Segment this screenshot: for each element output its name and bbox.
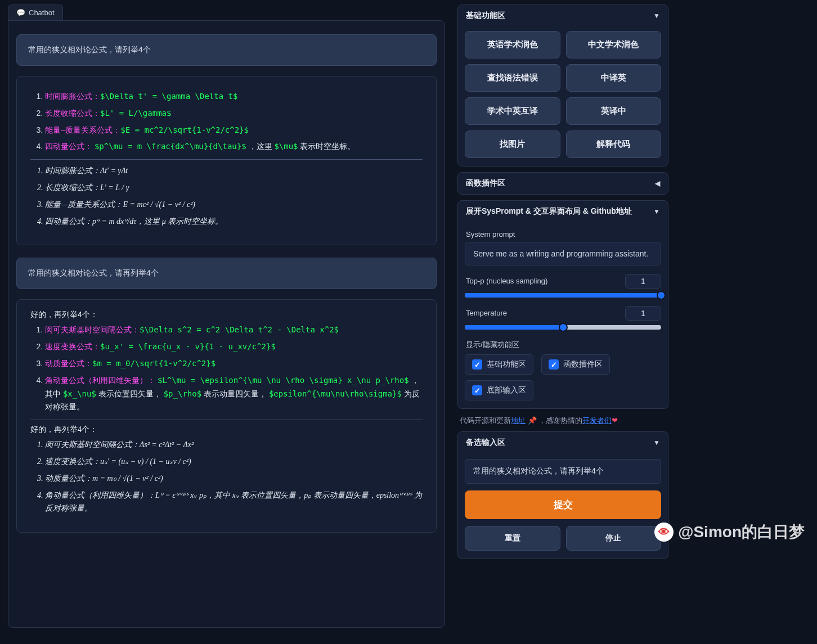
basic-functions-panel: 基础功能区 ▼ 英语学术润色 中文学术润色 查找语法错误 中译英 学术中英互译 … [457,4,668,166]
formula-list-raw: 闵可夫斯基时空间隔公式：$\Delta s^2 = c^2 \Delta t^2… [30,323,423,414]
tab-label: Chatbot [29,8,55,17]
topp-label: Top-p (nucleus sampling) [466,277,547,285]
chevron-left-icon: ◀ [655,179,660,187]
panel-title: 函数插件区 [466,178,505,188]
divider [30,159,423,160]
slider-thumb[interactable] [657,291,666,300]
divider [30,420,423,420]
system-prompt-input[interactable]: Serve me as a writing and programming as… [465,242,661,265]
bot-intro: 好的，再列举4个： [30,310,423,320]
formula-list-rendered: 时间膨胀公式：Δt′ = γΔt 长度收缩公式：L′ = L / γ 能量—质量… [30,164,423,228]
chat-scroll-area[interactable]: 常用的狭义相对论公式，请列举4个 时间膨胀公式：$\Delta t' = \ga… [8,20,445,628]
stop-button[interactable]: 停止 [566,526,662,551]
bot-message: 好的，再列举4个： 闵可夫斯基时空间隔公式：$\Delta s^2 = c^2 … [16,299,437,533]
submit-button[interactable]: 提交 [465,490,661,519]
func-btn-grammar[interactable]: 查找语法错误 [465,64,560,92]
sysprompt-panel: 展开SysPrompt & 交互界面布局 & Github地址 ▼ System… [457,200,668,409]
topp-value-box[interactable]: 1 [625,274,661,289]
basic-functions-header[interactable]: 基础功能区 ▼ [458,5,668,26]
check-bottom-input[interactable]: ✓底部输入区 [465,380,533,400]
bot-intro-rendered: 好的，再列举4个： [30,425,423,435]
formula-list-rendered: 闵可夫斯基时空间隔公式：Δs² = c²Δt² − Δx² 速度变换公式：uₓ′… [30,438,423,515]
footnote: 代码开源和更新地址 📌 ，感谢热情的开发者们❤ [457,415,668,426]
checkbox-icon: ✓ [472,385,482,395]
heart-icon: ❤ [612,416,618,425]
sysprompt-header[interactable]: 展开SysPrompt & 交互界面布局 & Github地址 ▼ [458,201,668,222]
system-prompt-label: System prompt [466,230,661,238]
alt-input-header[interactable]: 备选输入区 ▼ [458,432,668,453]
panel-title: 展开SysPrompt & 交互界面布局 & Github地址 [466,206,632,217]
formula-list-raw: 时间膨胀公式：$\Delta t' = \gamma \Delta t$ 长度收… [30,90,423,154]
plugin-header[interactable]: 函数插件区 ◀ [458,173,668,194]
func-btn-explain-code[interactable]: 解释代码 [566,130,662,158]
chevron-down-icon: ▼ [653,439,660,447]
slider-thumb[interactable] [559,323,568,332]
user-message: 常用的狭义相对论公式，请列举4个 [16,34,437,66]
chevron-down-icon: ▼ [653,12,660,20]
toggle-section-label: 显示/隐藏功能区 [466,340,661,350]
devs-link[interactable]: 开发者们 [582,416,612,425]
check-basic[interactable]: ✓基础功能区 [465,354,533,375]
chat-icon: 💬 [16,8,25,17]
reset-button[interactable]: 重置 [465,526,560,551]
bot-message: 时间膨胀公式：$\Delta t' = \gamma \Delta t$ 长度收… [16,76,437,245]
plugin-panel: 函数插件区 ◀ [457,172,668,195]
topp-slider[interactable] [465,293,661,298]
chatbot-tab[interactable]: 💬 Chatbot [8,4,63,20]
func-btn-zh2en[interactable]: 中译英 [566,64,662,92]
checkbox-icon: ✓ [549,359,559,370]
func-btn-academic-tr[interactable]: 学术中英互译 [465,97,560,125]
func-btn-en-polish[interactable]: 英语学术润色 [465,31,560,58]
alt-input-panel: 备选输入区 ▼ 常用的狭义相对论公式，请再列举4个 提交 重置 停止 [457,431,668,559]
checkbox-icon: ✓ [472,359,482,370]
func-btn-find-image[interactable]: 找图片 [465,130,560,158]
repo-link[interactable]: 地址 [511,416,526,425]
user-message: 常用的狭义相对论公式，请再列举4个 [16,258,437,289]
func-btn-zh-polish[interactable]: 中文学术润色 [566,31,662,58]
temperature-label: Temperature [466,309,507,317]
pin-icon: 📌 [528,416,537,425]
user-message-text: 常用的狭义相对论公式，请列举4个 [28,45,151,54]
check-plugin[interactable]: ✓函数插件区 [541,354,610,375]
temperature-slider[interactable] [465,325,661,330]
temperature-value-box[interactable]: 1 [625,306,661,321]
watermark: 👁 @Simon的白日梦 [654,521,805,543]
alt-input-textbox[interactable]: 常用的狭义相对论公式，请再列举4个 [465,459,661,484]
panel-title: 基础功能区 [466,11,505,21]
panel-title: 备选输入区 [466,438,505,448]
user-message-text: 常用的狭义相对论公式，请再列举4个 [28,268,159,277]
func-btn-en2zh[interactable]: 英译中 [566,97,662,125]
chevron-down-icon: ▼ [653,208,660,215]
